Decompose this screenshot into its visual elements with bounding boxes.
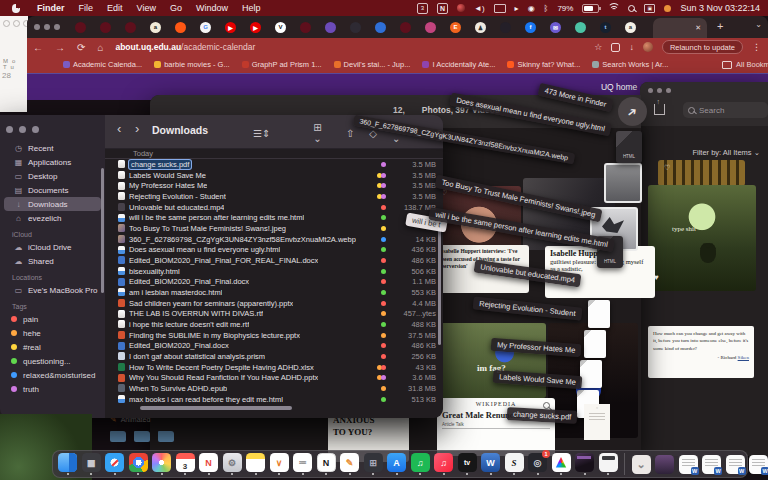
- share-icon[interactable]: ⇧: [346, 128, 354, 139]
- dock-icon[interactable]: S: [504, 453, 525, 475]
- tab-favicon[interactable]: [125, 22, 136, 33]
- file-row[interactable]: Finding the SUBLIME in my Biophysics lec…: [105, 330, 443, 341]
- tab-favicon[interactable]: [575, 22, 586, 33]
- tab-favicon[interactable]: G: [200, 22, 211, 33]
- file-row[interactable]: max books i can read before they edit me…: [105, 394, 443, 405]
- photo-thumbnail-gold-keys[interactable]: ♡: [658, 160, 745, 186]
- dragged-html-file-icon[interactable]: HTML: [616, 131, 642, 163]
- sidebar-item[interactable]: ▤Documents: [4, 183, 101, 197]
- file-row[interactable]: Edited_BIOM2020_Final_Final_FOR_REAL_FIN…: [105, 255, 443, 266]
- vertical-scrollbar[interactable]: [438, 213, 441, 345]
- extensions-icon[interactable]: [611, 43, 620, 52]
- dock-icon[interactable]: [151, 453, 172, 475]
- profile-avatar[interactable]: [643, 42, 653, 52]
- tab-favicon[interactable]: E: [450, 22, 461, 33]
- tab-favicon[interactable]: t: [600, 22, 611, 33]
- forward-icon[interactable]: →: [55, 42, 65, 53]
- folder-thumbnails[interactable]: [110, 431, 174, 442]
- file-row[interactable]: When To Survive ADHD.epub 31.8 MB: [105, 383, 443, 394]
- file-row[interactable]: change sucks.pdf 3.5 MB: [105, 159, 443, 170]
- bluetooth-icon[interactable]: ᛒ: [544, 4, 549, 13]
- file-row[interactable]: Labels Would Save Me 3.5 MB: [105, 170, 443, 181]
- menu-bar-clock[interactable]: Sun 3 Nov 03:22:14: [680, 3, 760, 13]
- search-input[interactable]: Search: [683, 102, 768, 118]
- dock-icon[interactable]: [598, 453, 619, 475]
- dock-icon[interactable]: tv: [457, 453, 478, 475]
- menu-item[interactable]: Go: [163, 3, 189, 13]
- dock-icon[interactable]: ✎: [339, 453, 360, 475]
- sidebar-tag[interactable]: #real: [0, 340, 105, 354]
- dock-icon[interactable]: ⚙: [222, 453, 243, 475]
- new-tab-button[interactable]: +: [717, 20, 723, 32]
- export-icon[interactable]: [654, 104, 665, 115]
- tab-favicon[interactable]: f: [525, 22, 536, 33]
- menu-item[interactable]: Edit: [100, 3, 130, 13]
- tab-favicon[interactable]: [300, 22, 311, 33]
- volume-icon[interactable]: ◄): [474, 4, 485, 13]
- app-status-icon[interactable]: [664, 5, 671, 12]
- dock-minimized-window[interactable]: [725, 455, 746, 474]
- bookmark-item[interactable]: Search Works | Ar...: [586, 60, 674, 69]
- apple-menu-icon[interactable]: [12, 4, 20, 13]
- horizontal-scrollbar[interactable]: [140, 406, 292, 410]
- bookmark-item[interactable]: barbie movies - G...: [148, 60, 235, 69]
- sidebar-tag[interactable]: truth: [0, 382, 105, 396]
- file-row[interactable]: How To Write Decent Poetry Despite Havin…: [105, 362, 443, 373]
- forward-icon[interactable]: ›: [135, 121, 139, 136]
- file-row[interactable]: Why You Should Read Fanfiction If You Ha…: [105, 372, 443, 383]
- tab-favicon[interactable]: ▶: [225, 22, 236, 33]
- dock-minimized-window[interactable]: [748, 455, 768, 474]
- tab-search-chevron-icon[interactable]: ⌄: [755, 20, 762, 29]
- window-traffic-lights[interactable]: [6, 126, 39, 133]
- share-button[interactable]: ➔: [618, 97, 647, 126]
- spotlight-search-icon[interactable]: [628, 5, 635, 12]
- sidebar-item[interactable]: ☁Shared: [4, 254, 101, 268]
- sidebar-item[interactable]: ▭Eve's MacBook Pro: [4, 283, 101, 297]
- tab-favicon[interactable]: ✉: [550, 22, 561, 33]
- favourite-heart-icon[interactable]: ♡: [664, 164, 670, 172]
- tab-favicon[interactable]: [400, 22, 411, 33]
- dock-minimized-window[interactable]: [678, 455, 699, 474]
- all-bookmarks-button[interactable]: All Bookmarks: [722, 60, 768, 69]
- sidebar-item[interactable]: ▦Applications: [4, 155, 101, 169]
- play-status-icon[interactable]: ▸: [515, 4, 519, 13]
- browser-menu-icon[interactable]: ⋮: [752, 42, 761, 52]
- tab-favicon[interactable]: [500, 22, 511, 33]
- file-row[interactable]: Edited_BIOM2020_Final.docx 486 KB: [105, 340, 443, 351]
- sidebar-item[interactable]: ☁iCloud Drive: [4, 240, 101, 254]
- tab-favicon[interactable]: ♟: [475, 22, 486, 33]
- dock-icon[interactable]: ♫: [433, 453, 454, 475]
- back-icon[interactable]: ←: [33, 42, 43, 53]
- window-traffic-lights[interactable]: [3, 20, 30, 27]
- file-row[interactable]: Sad children yearn for seminars (apparen…: [105, 298, 443, 309]
- file-row[interactable]: My Professor Hates Me 3.5 MB: [105, 180, 443, 191]
- dock-icon[interactable]: [574, 453, 595, 475]
- file-row[interactable]: Rejecting Evolution - Student 3.5 MB: [105, 191, 443, 202]
- file-row[interactable]: I don't gaf about statistical analysis.p…: [105, 351, 443, 362]
- active-tab[interactable]: ✕: [653, 18, 707, 38]
- quote-card[interactable]: How much can you change and get away wit…: [648, 326, 754, 378]
- file-row[interactable]: Too Busy To Trust Male Feminists! Swans!…: [105, 223, 443, 234]
- tab-favicon[interactable]: ▶: [250, 22, 261, 33]
- dragged-file-icon[interactable]: [580, 360, 602, 388]
- sidebar-item[interactable]: ◷Recent: [4, 141, 101, 155]
- file-row[interactable]: Edited_BIOM2020_Final_Final.docx 1.1 MB: [105, 276, 443, 287]
- dock-minimized-window[interactable]: [654, 455, 675, 474]
- relaunch-update-button[interactable]: Relaunch to update: [662, 40, 743, 54]
- sidebar-item[interactable]: ⌂evezelich: [4, 211, 101, 225]
- calendar-widget-window[interactable]: Mo Tu 28: [0, 16, 28, 112]
- file-row[interactable]: am i lesbian masterdoc.html 553 KB: [105, 287, 443, 298]
- photo-thumbnail-statue[interactable]: [604, 163, 642, 203]
- display-icon[interactable]: [494, 4, 506, 13]
- tab-close-icon[interactable]: ✕: [695, 24, 701, 32]
- tab-favicon[interactable]: [100, 22, 111, 33]
- dock-icon[interactable]: [128, 453, 149, 475]
- dock-icon[interactable]: ≔: [292, 453, 313, 475]
- dock-icon[interactable]: N: [316, 453, 337, 475]
- bookmark-item[interactable]: I Accidentally Ate...: [416, 60, 501, 69]
- tab-favicon[interactable]: [350, 22, 361, 33]
- bookmark-item[interactable]: Devil's stai... - Jup...: [328, 60, 417, 69]
- menu-item[interactable]: Finder: [30, 3, 72, 13]
- sidebar-item[interactable]: ▭Desktop: [4, 169, 101, 183]
- dock-minimized-window[interactable]: ⌄: [631, 455, 652, 474]
